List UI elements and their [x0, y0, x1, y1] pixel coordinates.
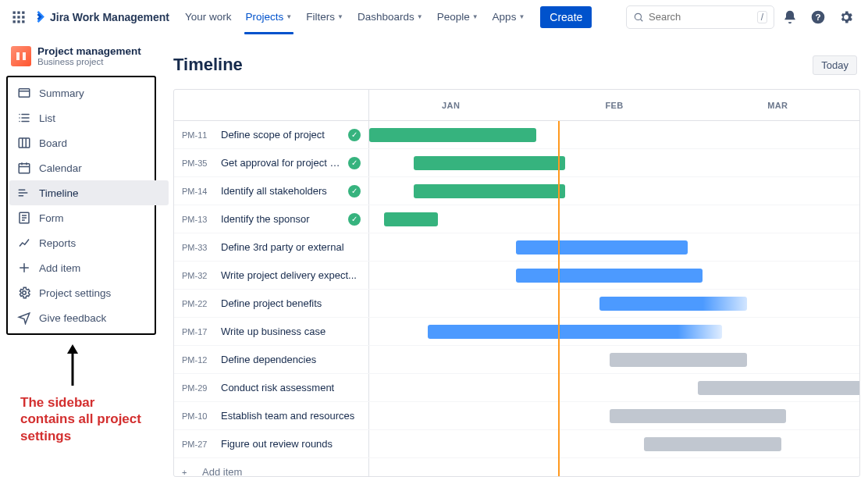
sidebar-item-label: Give feedback	[39, 312, 106, 324]
timeline-row[interactable]: PM-12Define dependencies	[174, 346, 859, 374]
timeline-row-bars	[369, 318, 859, 345]
svg-rect-1	[17, 11, 20, 13]
settings-icon[interactable]	[834, 5, 859, 30]
timeline-bar[interactable]	[599, 297, 746, 311]
timeline-bar[interactable]	[414, 184, 566, 198]
sidebar-item-label: Project settings	[39, 287, 111, 299]
timeline-bar[interactable]	[516, 269, 703, 283]
timeline-row[interactable]: PM-29Conduct risk assessment	[174, 374, 859, 402]
timeline-bar[interactable]	[414, 156, 566, 170]
nav-item-projects[interactable]: Projects▼	[240, 6, 299, 27]
timeline-bar[interactable]	[644, 437, 781, 451]
issue-key[interactable]: PM-14	[182, 187, 213, 196]
issue-summary[interactable]: Get approval for project fund...	[221, 157, 340, 169]
page-title: Timeline	[173, 55, 243, 75]
issue-key[interactable]: PM-29	[182, 383, 213, 393]
issue-summary[interactable]: Define project benefits	[221, 297, 361, 309]
status-done-icon: ✓	[348, 157, 361, 169]
issue-key[interactable]: PM-11	[182, 130, 213, 140]
issue-summary[interactable]: Define 3rd party or external	[221, 241, 361, 253]
issue-summary[interactable]: Identify all stakeholders	[221, 185, 340, 197]
project-header[interactable]: Project management Business project	[6, 45, 156, 76]
nav-item-apps[interactable]: Apps▼	[486, 6, 532, 27]
nav-item-filters[interactable]: Filters▼	[300, 6, 350, 27]
timeline-row[interactable]: PM-11Define scope of project✓	[174, 121, 859, 149]
timeline-row-info: PM-22Define project benefits	[174, 290, 369, 317]
timeline-body[interactable]: PM-11Define scope of project✓PM-35Get ap…	[174, 121, 859, 476]
issue-key[interactable]: PM-12	[182, 355, 213, 365]
timeline-bar[interactable]	[384, 212, 438, 226]
search-input-wrapper[interactable]: /	[626, 5, 774, 29]
issue-summary[interactable]: Conduct risk assessment	[221, 382, 361, 393]
nav-item-your-work[interactable]: Your work	[179, 6, 238, 27]
sidebar-item-timeline[interactable]: Timeline	[9, 180, 169, 205]
timeline-row-bars	[369, 177, 859, 205]
timeline-row[interactable]: PM-14Identify all stakeholders✓	[174, 177, 859, 205]
timeline-row[interactable]: PM-17Write up business case	[174, 318, 859, 346]
create-button[interactable]: Create	[540, 6, 592, 28]
today-button[interactable]: Today	[813, 55, 857, 75]
sidebar-item-label: List	[39, 112, 55, 124]
nav-item-people[interactable]: People▼	[431, 6, 485, 27]
jira-logo-icon	[31, 9, 47, 25]
notifications-icon[interactable]	[777, 5, 802, 30]
issue-summary[interactable]: Write up business case	[221, 326, 361, 337]
issue-key[interactable]: PM-35	[182, 158, 213, 168]
sidebar-item-calendar[interactable]: Calendar	[9, 155, 153, 180]
sidebar-item-list[interactable]: List	[9, 105, 153, 130]
timeline-bar[interactable]	[516, 240, 688, 255]
timeline-row[interactable]: PM-22Define project benefits	[174, 290, 859, 318]
issue-summary[interactable]: Write project delivery expect...	[221, 269, 361, 281]
app-switcher-icon[interactable]	[9, 8, 28, 27]
issue-summary[interactable]: Establish team and resources	[221, 410, 361, 422]
sidebar-item-give-feedback[interactable]: Give feedback	[9, 305, 153, 330]
search-input[interactable]	[649, 11, 757, 23]
issue-key[interactable]: PM-27	[182, 440, 213, 449]
issue-key[interactable]: PM-22	[182, 299, 213, 308]
timeline-bar[interactable]	[610, 409, 786, 423]
timeline-bar[interactable]	[610, 353, 747, 367]
product-logo[interactable]: Jira Work Management	[31, 9, 169, 25]
timeline-bar[interactable]	[369, 128, 536, 142]
issue-key[interactable]: PM-33	[182, 243, 213, 252]
timeline-row[interactable]: PM-13Identify the sponsor✓	[174, 205, 859, 233]
sidebar-item-label: Reports	[39, 237, 76, 249]
timeline-add-row[interactable]: +Add item	[174, 458, 859, 476]
timeline-row-bars	[369, 430, 859, 457]
sidebar-item-summary[interactable]: Summary	[9, 80, 153, 105]
issue-summary[interactable]: Identify the sponsor	[221, 213, 340, 225]
issue-key[interactable]: PM-32	[182, 271, 213, 280]
issue-summary[interactable]: Define dependencies	[221, 354, 361, 365]
timeline-row-info: PM-10Establish team and resources	[174, 402, 369, 429]
timeline-bar[interactable]	[698, 381, 859, 395]
add-icon	[17, 261, 31, 275]
sidebar-item-add-item[interactable]: Add item	[9, 255, 153, 280]
timeline-row-bars	[369, 290, 859, 317]
sidebar-item-reports[interactable]: Reports	[9, 230, 153, 255]
help-icon[interactable]: ?	[806, 5, 831, 30]
timeline-row[interactable]: PM-33Define 3rd party or external	[174, 233, 859, 262]
issue-key[interactable]: PM-13	[182, 215, 213, 224]
issue-key[interactable]: PM-10	[182, 411, 213, 421]
timeline-row[interactable]: PM-10Establish team and resources	[174, 402, 859, 430]
timeline-row[interactable]: PM-35Get approval for project fund...✓	[174, 149, 859, 177]
timeline-month-feb: FEB	[532, 90, 695, 120]
timeline-row[interactable]: PM-32Write project delivery expect...	[174, 262, 859, 290]
svg-rect-7	[17, 20, 20, 23]
svg-rect-2	[22, 11, 24, 13]
sidebar-item-board[interactable]: Board	[9, 130, 153, 155]
nav-item-dashboards[interactable]: Dashboards▼	[351, 6, 429, 27]
timeline-bar[interactable]	[428, 325, 722, 339]
issue-summary[interactable]: Figure out review rounds	[221, 438, 361, 450]
sidebar-item-label: Calendar	[39, 162, 82, 174]
timeline-row[interactable]: PM-27Figure out review rounds	[174, 430, 859, 458]
sidebar-item-project-settings[interactable]: Project settings	[9, 280, 153, 305]
timeline-row-bars	[369, 402, 859, 429]
issue-key[interactable]: PM-17	[182, 327, 213, 336]
svg-rect-0	[13, 11, 16, 13]
timeline-icon	[17, 186, 31, 200]
chevron-down-icon: ▼	[417, 13, 423, 20]
sidebar-item-form[interactable]: Form	[9, 205, 153, 230]
nav-item-label: Dashboards	[358, 11, 414, 23]
issue-summary[interactable]: Define scope of project	[221, 129, 340, 141]
